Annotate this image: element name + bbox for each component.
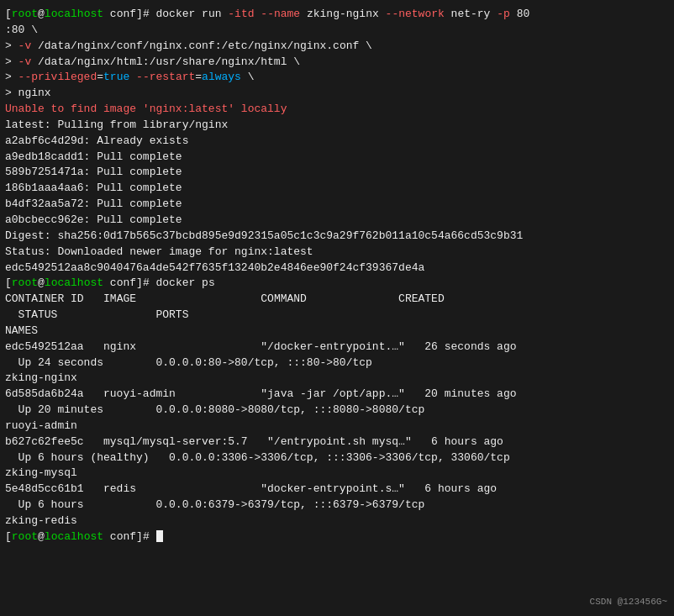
line-2: :80 \ (5, 23, 669, 39)
terminal: [root@localhost conf]# docker run -itd -… (0, 0, 674, 616)
line-4: > -v /data/nginx/html:/usr/share/nginx/h… (5, 55, 669, 71)
line-pulling: latest: Pulling from library/nginx (5, 118, 669, 134)
container-nginx-line2: Up 24 seconds 0.0.0.0:80->80/tcp, :::80-… (5, 355, 669, 371)
line-layer5: b4df32aa5a72: Pull complete (5, 197, 669, 213)
table-subheader: STATUS PORTS (5, 308, 669, 324)
container-ruoyi-name: ruoyi-admin (5, 419, 669, 434)
line-layer1: a2abf6c4d29d: Already exists (5, 134, 669, 150)
line-layer4: 186b1aaa4aa6: Pull complete (5, 181, 669, 197)
container-nginx-name: zking-nginx (5, 371, 669, 387)
container-redis-name: zking-redis (5, 513, 669, 529)
line-3: > -v /data/nginx/conf/nginx.conf:/etc/ng… (5, 39, 669, 55)
line-5: > --privileged=true --restart=always \ (5, 70, 669, 86)
container-redis-line2: Up 6 hours 0.0.0.0:6379->6379/tcp, :::63… (5, 498, 669, 513)
line-status: Status: Downloaded newer image for nginx… (5, 245, 669, 261)
container-ruoyi-line2: Up 20 minutes 0.0.0.0:8080->8080/tcp, ::… (5, 403, 669, 419)
line-layer3: 589b7251471a: Pull complete (5, 165, 669, 181)
container-nginx-line1: edc5492512aa nginx "/docker-entrypoint.…… (5, 340, 669, 355)
line-layer6: a0bcbecc962e: Pull complete (5, 213, 669, 229)
container-mysql-name: zking-mysql (5, 466, 669, 482)
final-prompt: [root@localhost conf]# (5, 529, 669, 545)
line-digest: Digest: sha256:0d17b565c37bcbd895e9d9231… (5, 229, 669, 245)
table-names-header: NAMES (5, 324, 669, 340)
container-redis-line1: 5e48d5cc61b1 redis "docker-entrypoint.s…… (5, 482, 669, 498)
line-dockerps: [root@localhost conf]# docker ps (5, 276, 669, 292)
line-containerid: edc5492512aa8c9040476a4de542f7635f13240b… (5, 261, 669, 276)
container-mysql-line2: Up 6 hours (healthy) 0.0.0.0:3306->3306/… (5, 450, 669, 466)
line-error: Unable to find image 'nginx:latest' loca… (5, 102, 669, 118)
line-6: > nginx (5, 86, 669, 102)
container-ruoyi-line1: 6d585da6b24a ruoyi-admin "java -jar /opt… (5, 387, 669, 403)
line-layer2: a9edb18cadd1: Pull complete (5, 150, 669, 166)
line-1: [root@localhost conf]# docker run -itd -… (5, 7, 669, 23)
cursor (156, 530, 163, 542)
table-header: CONTAINER ID IMAGE COMMAND CREATED (5, 292, 669, 308)
container-mysql-line1: b627c62fee5c mysql/mysql-server:5.7 "/en… (5, 434, 669, 450)
watermark: CSDN @123456G~ (590, 596, 667, 609)
